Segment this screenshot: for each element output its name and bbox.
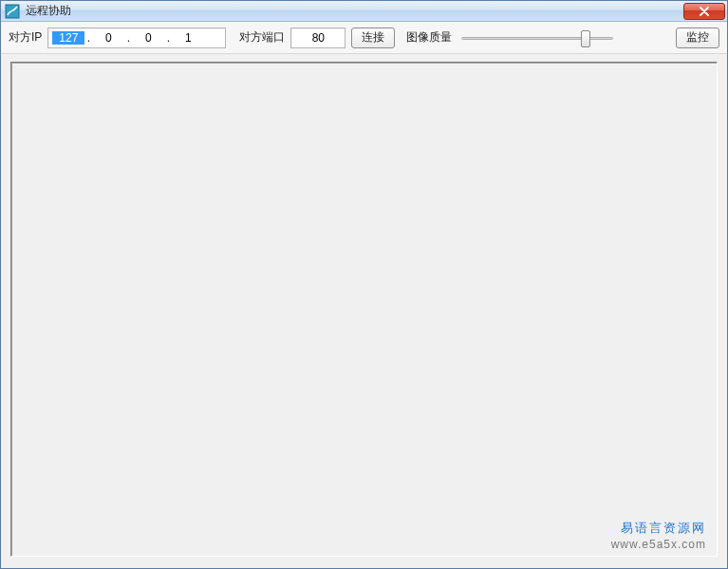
ip-seg-4[interactable] (172, 31, 204, 45)
window-title: 远程协助 (24, 3, 683, 19)
quality-slider[interactable] (461, 28, 613, 47)
port-label: 对方端口 (239, 29, 285, 46)
remote-screen-canvas[interactable] (10, 62, 718, 557)
ip-dot: . (124, 31, 132, 45)
app-icon (5, 4, 20, 19)
slider-thumb[interactable] (581, 30, 590, 47)
ip-input[interactable]: . . . (47, 28, 226, 48)
monitor-button[interactable]: 监控 (676, 28, 719, 48)
ip-seg-3[interactable] (132, 31, 164, 45)
ip-dot: . (84, 31, 92, 45)
toolbar: 对方IP . . . 对方端口 连接 图像质量 监控 (1, 22, 727, 54)
connect-button[interactable]: 连接 (351, 28, 395, 48)
close-icon (699, 7, 710, 16)
port-input[interactable] (291, 28, 345, 47)
titlebar[interactable]: 远程协助 (1, 1, 727, 22)
ip-dot: . (164, 31, 172, 45)
close-button[interactable] (683, 3, 725, 20)
content-area: 易语言资源网 www.e5a5x.com (1, 54, 727, 568)
ip-label: 对方IP (9, 29, 42, 46)
quality-label: 图像质量 (406, 29, 452, 46)
ip-seg-2[interactable] (92, 31, 124, 45)
quality-slider-wrap (461, 28, 613, 47)
port-input-wrap (290, 28, 345, 48)
ip-seg-1[interactable] (52, 31, 84, 45)
slider-track (461, 37, 613, 40)
app-window: 远程协助 对方IP . . . 对方端口 连接 图像质量 (0, 0, 728, 569)
